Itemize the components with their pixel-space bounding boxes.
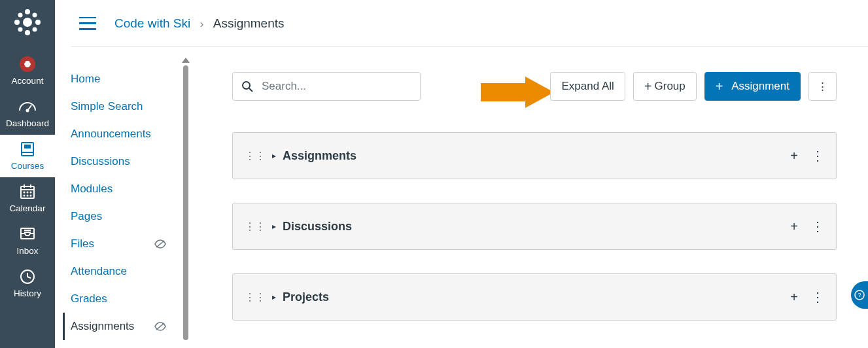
search-icon [241,80,253,92]
nav-label: Account [12,76,44,86]
scrollbar[interactable] [182,58,188,345]
course-nav-grades[interactable]: Grades [71,285,179,313]
course-nav-files[interactable]: Files [71,230,179,258]
assignment-group: ⋮⋮ ▸ Discussions + ⋮ [232,203,837,250]
course-nav-modules[interactable]: Modules [71,175,179,203]
group-title: Projects [283,290,329,304]
main-content: Expand All +Group + Assignment ⋮ ⋮⋮ ▸ As… [232,72,837,344]
toolbar: Expand All +Group + Assignment ⋮ [232,72,837,101]
course-nav: Home Simple Search Announcements Discuss… [55,65,179,348]
caret-right-icon[interactable]: ▸ [272,222,276,231]
account-icon [18,55,37,73]
svg-point-36 [243,82,250,89]
svg-point-6 [33,13,37,18]
svg-point-13 [24,65,26,67]
history-icon [19,268,36,286]
course-nav-simple-search[interactable]: Simple Search [71,93,179,120]
add-item-button[interactable]: + [790,219,798,234]
svg-point-5 [18,13,23,18]
svg-point-3 [14,20,20,25]
nav-label: Inbox [16,246,38,256]
courses-icon [19,140,36,158]
add-group-button[interactable]: +Group [633,72,697,101]
nav-calendar[interactable]: Calendar [0,177,55,220]
breadcrumb-current: Assignments [213,16,285,30]
svg-point-1 [25,9,30,14]
svg-line-35 [156,323,164,330]
inbox-icon [19,225,36,243]
course-nav-discussions[interactable]: Discussions [71,148,179,175]
svg-text:?: ? [858,292,861,298]
nav-label: Calendar [10,203,46,213]
svg-line-37 [249,88,252,92]
dashboard-icon [18,97,37,116]
canvas-logo[interactable] [13,8,42,37]
course-nav-announcements[interactable]: Announcements [71,120,179,148]
group-kebab-icon[interactable]: ⋮ [811,218,824,234]
svg-point-2 [25,30,30,35]
assignment-group: ⋮⋮ ▸ Projects + ⋮ [232,273,837,321]
nav-inbox[interactable]: Inbox [0,220,55,262]
svg-point-12 [30,61,32,63]
breadcrumb-course-link[interactable]: Code with Ski [114,16,190,30]
course-nav-home[interactable]: Home [71,65,179,93]
top-bar: Code with Ski › Assignments [71,0,868,47]
course-nav-attendance[interactable]: Attendance [71,258,179,285]
help-bubble[interactable]: ? [851,281,868,309]
svg-point-14 [30,65,32,67]
group-kebab-icon[interactable]: ⋮ [811,148,824,164]
nav-label: Courses [11,161,44,171]
add-item-button[interactable]: + [790,148,798,164]
search-box [232,72,421,101]
nav-history[interactable]: History [0,262,55,305]
add-item-button[interactable]: + [790,290,798,305]
add-assignment-button[interactable]: + Assignment [704,72,801,101]
breadcrumb: Code with Ski › Assignments [114,16,285,31]
group-title: Discussions [283,220,352,234]
search-input[interactable] [232,72,421,101]
drag-handle-icon[interactable]: ⋮⋮ [245,150,266,162]
svg-point-11 [24,61,26,63]
course-nav-pages[interactable]: Pages [71,203,179,230]
group-title: Assignments [283,149,356,163]
svg-line-34 [156,241,164,247]
hidden-icon [154,322,166,331]
svg-point-7 [18,27,23,32]
drag-handle-icon[interactable]: ⋮⋮ [245,291,266,304]
nav-account[interactable]: Account [0,50,55,92]
plus-icon: + [716,80,723,93]
caret-right-icon[interactable]: ▸ [272,292,276,302]
nav-courses[interactable]: Courses [0,135,55,177]
expand-all-button[interactable]: Expand All [550,72,625,101]
group-kebab-icon[interactable]: ⋮ [811,289,824,305]
svg-point-10 [24,61,31,67]
assignment-group: ⋮⋮ ▸ Assignments + ⋮ [232,132,837,179]
nav-label: Dashboard [6,118,49,128]
breadcrumb-separator: › [200,18,204,30]
hamburger-menu[interactable] [79,17,96,30]
svg-point-0 [23,18,32,27]
svg-point-16 [27,110,29,112]
nav-label: History [14,288,41,298]
plus-icon: + [644,80,652,93]
hidden-icon [154,239,166,249]
calendar-icon [19,183,36,201]
course-nav-assignments[interactable]: Assignments [63,313,179,340]
svg-point-4 [35,20,41,25]
svg-point-8 [33,27,37,32]
svg-rect-19 [25,145,30,148]
drag-handle-icon[interactable]: ⋮⋮ [245,220,266,233]
nav-dashboard[interactable]: Dashboard [0,92,55,135]
kebab-icon: ⋮ [817,80,828,94]
more-options-button[interactable]: ⋮ [808,72,837,101]
caret-right-icon[interactable]: ▸ [272,151,276,160]
global-nav: Account Dashboard Courses Calendar Inbox… [0,0,55,348]
